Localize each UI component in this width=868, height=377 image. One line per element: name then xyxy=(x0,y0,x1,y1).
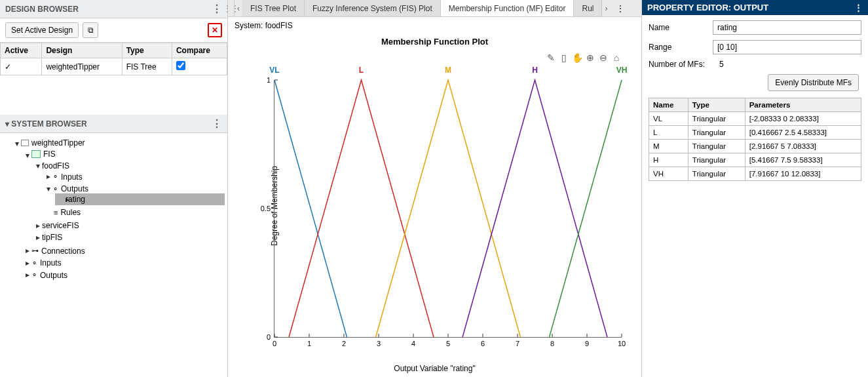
mf-cell: [7.91667 10 12.0833] xyxy=(745,167,861,181)
pan-icon[interactable]: ✋ xyxy=(572,52,582,63)
mf-cell: [-2.08333 0 2.08333] xyxy=(745,112,861,126)
mf-col-name: Name xyxy=(649,98,689,112)
system-tree: ▾weightedTipper ▾FIS ▾foodFIS ▸⚬Inputs ▾… xyxy=(0,133,227,377)
x-tick: 7 xyxy=(516,337,519,347)
tree-toggle[interactable]: ▸ xyxy=(24,258,31,268)
y-tick: 1 xyxy=(267,76,274,84)
mf-row[interactable]: VLTriangular[-2.08333 0 2.08333] xyxy=(649,112,861,126)
mf-col-type: Type xyxy=(688,98,745,112)
mf-cell: M xyxy=(649,140,689,153)
compare-checkbox[interactable] xyxy=(176,61,185,70)
col-active: Active xyxy=(1,43,42,58)
system-label: System: foodFIS xyxy=(228,17,641,34)
mf-cell: VH xyxy=(649,167,689,181)
property-editor-title: PROPERTY EDITOR: OUTPUT xyxy=(647,3,768,12)
mf-row[interactable]: HTriangular[5.41667 7.5 9.58333] xyxy=(649,153,861,167)
tab-rules[interactable]: Rul xyxy=(574,0,602,16)
x-tick: 5 xyxy=(446,337,450,347)
mf-label: L xyxy=(359,66,364,75)
tab-fis-tree-plot[interactable]: FIS Tree Plot xyxy=(242,0,305,16)
tree-connections[interactable]: ⊶Connections xyxy=(31,247,85,256)
tree-foodfis[interactable]: foodFIS xyxy=(42,161,69,170)
mf-row[interactable]: MTriangular[2.91667 5 7.08333] xyxy=(649,140,861,153)
tab-drag-handle-icon[interactable]: ⋮⋮ xyxy=(228,0,235,16)
name-input[interactable] xyxy=(713,20,861,35)
tree-root[interactable]: weightedTipper xyxy=(21,138,85,148)
system-browser-collapse-icon[interactable]: ▾ xyxy=(5,119,9,129)
tree-toggle[interactable]: ▸ xyxy=(34,221,42,230)
y-tick: 0 xyxy=(267,333,274,341)
plot-area[interactable]: 01234567891000.51VLLMHVH xyxy=(274,80,622,338)
col-type: Type xyxy=(122,43,172,58)
property-menu-icon[interactable]: ⋮ xyxy=(854,3,863,12)
x-tick: 8 xyxy=(550,337,554,347)
system-browser-menu-icon[interactable]: ⋮ xyxy=(212,117,222,130)
zoom-in-icon[interactable]: ⊕ xyxy=(585,52,595,63)
mf-table: Name Type Parameters VLTriangular[-2.083… xyxy=(649,98,861,181)
tab-scroll-right-icon[interactable]: › xyxy=(602,4,610,13)
mf-label: M xyxy=(445,66,451,75)
brush-icon[interactable]: ✎ xyxy=(546,52,556,63)
tree-toggle[interactable]: ▾ xyxy=(34,161,42,170)
tree-outputs[interactable]: ⚬Outputs xyxy=(52,184,88,193)
mf-cell: VL xyxy=(649,112,689,126)
mf-cell: H xyxy=(649,153,689,167)
tree-rating[interactable]: rating xyxy=(66,195,85,204)
mf-cell: Triangular xyxy=(688,126,745,140)
tree-toggle[interactable]: ▸ xyxy=(24,246,31,255)
type-cell: FIS Tree xyxy=(122,58,172,75)
copy-icon[interactable]: ⧉ xyxy=(83,22,98,38)
tab-mf-editor[interactable]: Membership Function (MF) Editor xyxy=(441,0,575,16)
name-label: Name xyxy=(649,23,708,32)
active-cell: ✓ xyxy=(1,58,42,75)
nmf-label: Number of MFs: xyxy=(649,60,714,69)
x-tick: 10 xyxy=(618,337,626,347)
design-row[interactable]: ✓ weightedTipper FIS Tree xyxy=(1,58,227,75)
mf-row[interactable]: LTriangular[0.416667 2.5 4.58333] xyxy=(649,126,861,140)
x-tick: 6 xyxy=(481,337,485,347)
tree-servicefis[interactable]: serviceFIS xyxy=(42,221,79,230)
x-tick: 3 xyxy=(377,337,381,347)
evenly-distribute-button[interactable]: Evenly Distribute MFs xyxy=(768,74,859,91)
tree-inputs2[interactable]: ⚬Inputs xyxy=(31,258,62,268)
tree-fis-folder[interactable]: FIS xyxy=(31,149,56,159)
tree-inputs[interactable]: ⚬Inputs xyxy=(52,172,83,182)
nmf-value: 5 xyxy=(719,60,724,69)
tree-outputs2[interactable]: ⚬Outputs xyxy=(31,271,67,280)
mf-row[interactable]: VHTriangular[7.91667 10 12.0833] xyxy=(649,167,861,181)
mf-label: VH xyxy=(616,66,628,75)
design-cell: weightedTipper xyxy=(42,58,122,75)
tree-toggle[interactable]: ▾ xyxy=(45,184,52,193)
mf-label: VL xyxy=(269,66,279,75)
tree-toggle[interactable]: ▸ xyxy=(55,195,66,204)
tree-rules[interactable]: ≡Rules xyxy=(54,208,81,217)
tree-toggle[interactable]: ▸ xyxy=(45,172,52,181)
delete-design-icon[interactable]: ✕ xyxy=(208,23,222,37)
x-axis-label: Output Variable "rating" xyxy=(394,364,475,373)
design-table: Active Design Type Compare ✓ weightedTip… xyxy=(0,43,227,75)
tree-toggle[interactable]: ▸ xyxy=(24,270,31,279)
tree-toggle[interactable]: ▾ xyxy=(24,151,31,160)
mf-cell: [2.91667 5 7.08333] xyxy=(745,140,861,153)
range-input[interactable] xyxy=(713,40,861,54)
tab-scroll-left-icon[interactable]: ‹ xyxy=(235,4,242,13)
tab-menu-icon[interactable]: ⋮ xyxy=(616,4,624,13)
tab-fis-plot[interactable]: Fuzzy Inference System (FIS) Plot xyxy=(305,0,441,16)
zoom-out-icon[interactable]: ⊖ xyxy=(598,52,609,63)
design-browser-menu-icon[interactable]: ⋮ xyxy=(212,3,222,15)
home-icon[interactable]: ⌂ xyxy=(611,52,622,63)
system-browser-title: SYSTEM BROWSER xyxy=(11,119,86,129)
set-active-design-button[interactable]: Set Active Design xyxy=(5,22,79,38)
col-design: Design xyxy=(42,43,122,58)
tree-tipfis[interactable]: tipFIS xyxy=(42,233,62,242)
mf-cell: [0.416667 2.5 4.58333] xyxy=(745,126,861,140)
mf-cell: L xyxy=(649,126,689,140)
range-label: Range xyxy=(649,43,708,52)
data-cursor-icon[interactable]: ▯ xyxy=(559,52,569,63)
design-browser-title: DESIGN BROWSER xyxy=(5,5,79,14)
tree-toggle[interactable]: ▸ xyxy=(34,233,42,242)
tree-toggle[interactable]: ▾ xyxy=(13,139,21,148)
mf-cell: Triangular xyxy=(688,153,745,167)
x-tick: 9 xyxy=(585,337,589,347)
chart-title: Membership Function Plot xyxy=(235,34,635,47)
